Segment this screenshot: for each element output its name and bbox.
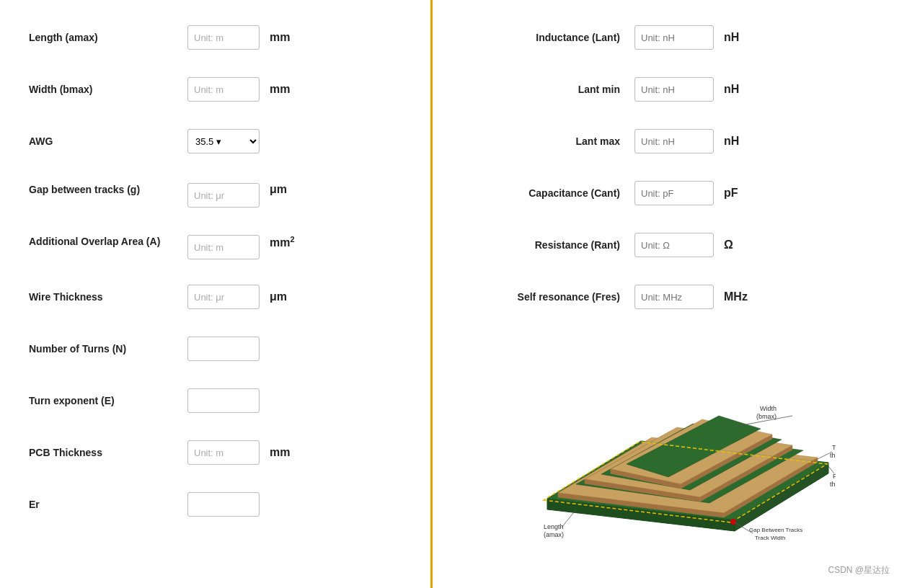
- diagram-area: Width (bmax) Length (amax) Track thickne…: [461, 333, 878, 549]
- input-overlap[interactable]: [187, 235, 260, 259]
- label-awg: AWG: [29, 135, 187, 148]
- unit-pcb-thickness: mm: [270, 446, 290, 459]
- label-resistance: Resistance (Rant): [461, 239, 634, 251]
- form-row-length: Length (amax) mm: [29, 22, 402, 53]
- label-pcb-thickness: PCB Thickness: [29, 446, 187, 459]
- unit-width: mm: [270, 83, 290, 96]
- svg-text:thickness: thickness: [830, 452, 836, 459]
- unit-gap: μm: [270, 183, 287, 196]
- input-lant-min[interactable]: [634, 77, 714, 102]
- svg-text:Gap Between Tracks: Gap Between Tracks: [749, 527, 802, 533]
- pcb-diagram-svg: Width (bmax) Length (amax) Track thickne…: [504, 333, 836, 549]
- form-row-pcb-thickness: PCB Thickness mm: [29, 437, 402, 468]
- input-er[interactable]: [187, 492, 260, 517]
- input-turns[interactable]: [187, 337, 260, 361]
- output-row-resistance: Resistance (Rant) Ω: [461, 229, 878, 261]
- label-gap: Gap between tracks (g): [29, 180, 187, 196]
- label-width: Width (bmax): [29, 83, 187, 96]
- input-width[interactable]: [187, 77, 260, 102]
- form-row-turn-exp: Turn exponent (E): [29, 385, 402, 416]
- unit-wire-thickness: μm: [270, 290, 287, 303]
- label-er: Er: [29, 498, 187, 511]
- form-row-gap: Gap between tracks (g) μm: [29, 177, 402, 209]
- input-capacitance[interactable]: [634, 181, 714, 205]
- output-row-lant-max: Lant max nH: [461, 125, 878, 157]
- unit-capacitance: pF: [724, 187, 738, 200]
- select-awg[interactable]: 35.5 ▾ 36 37 38 39 40: [187, 129, 260, 153]
- unit-resistance: Ω: [724, 239, 733, 251]
- unit-overlap: mm2: [270, 235, 295, 249]
- unit-lant-min: nH: [724, 83, 739, 96]
- label-self-resonance: Self resonance (Fres): [461, 291, 634, 303]
- label-length: Length (amax): [29, 31, 187, 44]
- form-row-turns: Number of Turns (N): [29, 333, 402, 365]
- form-row-overlap: Additional Overlap Area (A) mm2: [29, 229, 402, 261]
- label-capacitance: Capacitance (Cant): [461, 187, 634, 199]
- label-overlap: Additional Overlap Area (A): [29, 232, 187, 248]
- input-inductance[interactable]: [634, 25, 714, 50]
- svg-text:(bmax): (bmax): [756, 413, 777, 420]
- svg-text:PCB: PCB: [833, 473, 836, 480]
- left-panel: Length (amax) mm Width (bmax) mm AWG 35.…: [0, 0, 433, 588]
- unit-length: mm: [270, 31, 290, 44]
- input-turn-exp[interactable]: [187, 388, 260, 413]
- svg-text:(amax): (amax): [544, 531, 564, 538]
- label-lant-max: Lant max: [461, 135, 634, 147]
- output-row-self-resonance: Self resonance (Fres) MHz: [461, 281, 878, 313]
- unit-inductance: nH: [724, 31, 739, 44]
- label-turns: Number of Turns (N): [29, 342, 187, 355]
- input-self-resonance[interactable]: [634, 285, 714, 309]
- input-resistance[interactable]: [634, 233, 714, 257]
- svg-text:Width: Width: [760, 405, 777, 412]
- form-row-er: Er: [29, 489, 402, 520]
- input-lant-max[interactable]: [634, 129, 714, 153]
- right-panel: Inductance (Lant) nH Lant min nH Lant ma…: [433, 0, 907, 588]
- input-gap[interactable]: [187, 183, 260, 208]
- output-row-inductance: Inductance (Lant) nH: [461, 22, 878, 53]
- output-row-capacitance: Capacitance (Cant) pF: [461, 177, 878, 209]
- main-layout: Length (amax) mm Width (bmax) mm AWG 35.…: [0, 0, 907, 588]
- form-row-wire-thickness: Wire Thickness μm: [29, 281, 402, 313]
- output-row-lant-min: Lant min nH: [461, 74, 878, 105]
- label-inductance: Inductance (Lant): [461, 32, 634, 43]
- form-row-width: Width (bmax) mm: [29, 74, 402, 105]
- svg-text:thickness: thickness: [830, 481, 836, 488]
- label-turn-exp: Turn exponent (E): [29, 394, 187, 407]
- svg-text:Track: Track: [832, 444, 836, 451]
- input-wire-thickness[interactable]: [187, 285, 260, 309]
- unit-self-resonance: MHz: [724, 290, 748, 303]
- svg-text:Track Width: Track Width: [755, 535, 785, 541]
- input-pcb-thickness[interactable]: [187, 440, 260, 465]
- unit-lant-max: nH: [724, 135, 739, 148]
- form-row-awg: AWG 35.5 ▾ 36 37 38 39 40: [29, 125, 402, 157]
- label-wire-thickness: Wire Thickness: [29, 290, 187, 303]
- svg-text:Length: Length: [544, 523, 564, 530]
- label-lant-min: Lant min: [461, 84, 634, 95]
- input-length[interactable]: [187, 25, 260, 50]
- watermark: CSDN @星达拉: [828, 564, 890, 576]
